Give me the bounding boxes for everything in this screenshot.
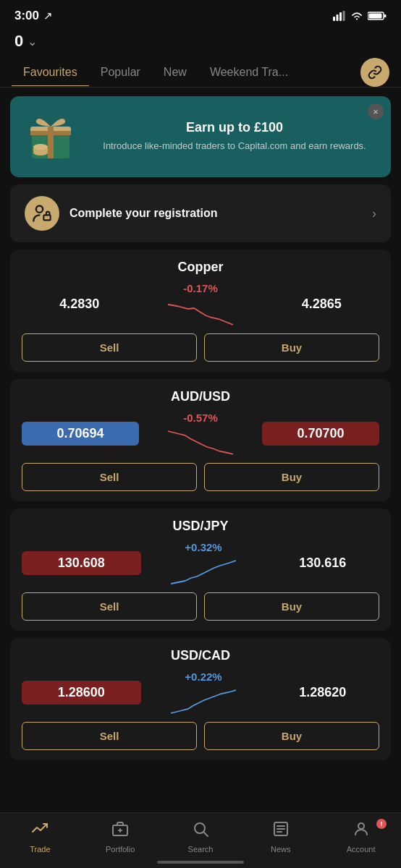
tab-favourites[interactable]: Favourites bbox=[12, 59, 89, 86]
trade-icon bbox=[31, 820, 48, 842]
buy-button[interactable]: Buy bbox=[204, 333, 379, 362]
change-center: +0.22% bbox=[147, 671, 261, 715]
tab-weekend[interactable]: Weekend Tra... bbox=[198, 59, 300, 86]
sell-price: 4.2830 bbox=[22, 297, 137, 312]
account-badge: ! bbox=[376, 819, 387, 829]
sell-button[interactable]: Sell bbox=[22, 722, 197, 750]
instrument-prices-row: 130.608 +0.32% 130.616 bbox=[22, 541, 379, 585]
instrument-name: AUD/USD bbox=[22, 389, 379, 404]
svg-rect-0 bbox=[333, 17, 335, 21]
trade-buttons: Sell Buy bbox=[22, 722, 379, 750]
instrument-name: Copper bbox=[22, 260, 379, 275]
change-center: +0.32% bbox=[147, 541, 261, 585]
battery-icon bbox=[368, 11, 387, 21]
instrument-name: USD/JPY bbox=[22, 519, 379, 534]
sell-button[interactable]: Sell bbox=[22, 333, 197, 362]
svg-rect-6 bbox=[384, 14, 387, 17]
tabs-container: Favourites Popular New Weekend Tra... bbox=[0, 58, 401, 88]
tab-popular[interactable]: Popular bbox=[89, 59, 152, 86]
status-icons bbox=[333, 11, 387, 21]
nav-trade[interactable]: Trade bbox=[0, 820, 80, 854]
signal-icon bbox=[333, 11, 346, 21]
nav-trade-label: Trade bbox=[30, 845, 50, 854]
instrument-prices-row: 0.70694 -0.57% 0.70700 bbox=[22, 412, 379, 456]
account-chevron[interactable]: ⌄ bbox=[28, 35, 37, 48]
nav-portfolio-label: Portfolio bbox=[106, 845, 135, 854]
account-icon bbox=[353, 820, 370, 842]
change-pct: -0.57% bbox=[183, 412, 218, 424]
instrument-prices-row: 1.28600 +0.22% 1.28620 bbox=[22, 671, 379, 715]
buy-price: 130.616 bbox=[266, 556, 379, 571]
instrument-card-usdjpy: USD/JPY 130.608 +0.32% 130.616 Sell Buy bbox=[10, 509, 391, 631]
change-pct: +0.32% bbox=[185, 541, 221, 553]
svg-rect-2 bbox=[339, 12, 342, 21]
buy-button[interactable]: Buy bbox=[204, 722, 379, 750]
nav-news[interactable]: News bbox=[240, 820, 321, 854]
nav-search[interactable]: Search bbox=[161, 820, 241, 854]
change-center: -0.57% bbox=[145, 412, 256, 456]
instrument-card-copper: Copper 4.2830 -0.17% 4.2865 Sell Buy bbox=[10, 250, 391, 372]
svg-rect-5 bbox=[369, 14, 382, 19]
promo-text: Earn up to £100 Introduce like-minded tr… bbox=[90, 120, 379, 153]
sell-price: 0.70694 bbox=[22, 422, 139, 446]
promo-desc: Introduce like-minded traders to Capital… bbox=[90, 140, 379, 153]
buy-button[interactable]: Buy bbox=[204, 592, 379, 621]
mini-chart bbox=[171, 686, 236, 715]
registration-icon bbox=[25, 196, 59, 231]
promo-title: Earn up to £100 bbox=[90, 120, 379, 135]
nav-portfolio[interactable]: Portfolio bbox=[80, 820, 161, 854]
change-center: -0.17% bbox=[143, 282, 258, 326]
portfolio-icon bbox=[111, 820, 129, 842]
registration-chevron: › bbox=[372, 206, 376, 221]
status-bar: 3:00 ↗ bbox=[0, 0, 401, 29]
buy-button[interactable]: Buy bbox=[204, 463, 379, 491]
account-row[interactable]: 0 ⌄ bbox=[0, 29, 401, 58]
wifi-icon bbox=[350, 11, 363, 21]
nav-account[interactable]: ! Account bbox=[321, 820, 401, 854]
promo-illustration bbox=[22, 108, 80, 166]
svg-point-13 bbox=[33, 144, 48, 150]
tabs-list: Favourites Popular New Weekend Tra... bbox=[12, 59, 355, 86]
registration-banner[interactable]: Complete your registration › bbox=[10, 184, 391, 242]
svg-point-14 bbox=[36, 206, 43, 213]
main-content: Earn up to £100 Introduce like-minded tr… bbox=[0, 88, 401, 841]
promo-close-button[interactable]: × bbox=[368, 103, 384, 119]
buy-price: 0.70700 bbox=[262, 422, 379, 446]
tab-new[interactable]: New bbox=[152, 59, 198, 86]
trade-buttons: Sell Buy bbox=[22, 463, 379, 491]
search-icon bbox=[192, 820, 209, 842]
link-tab-button[interactable] bbox=[360, 58, 389, 87]
change-pct: +0.22% bbox=[185, 671, 221, 683]
trade-buttons: Sell Buy bbox=[22, 592, 379, 621]
svg-rect-3 bbox=[343, 11, 345, 21]
location-icon: ↗ bbox=[43, 9, 53, 22]
status-time: 3:00 bbox=[14, 9, 39, 23]
sell-price: 130.608 bbox=[22, 551, 141, 575]
nav-account-label: Account bbox=[347, 845, 376, 854]
sell-button[interactable]: Sell bbox=[22, 463, 197, 491]
mini-chart bbox=[168, 427, 233, 456]
registration-text: Complete your registration bbox=[69, 207, 362, 220]
sell-price: 1.28600 bbox=[22, 681, 141, 705]
svg-point-25 bbox=[358, 823, 364, 829]
account-balance: 0 bbox=[14, 32, 23, 51]
instrument-name: USD/CAD bbox=[22, 648, 379, 663]
sell-button[interactable]: Sell bbox=[22, 592, 197, 621]
svg-rect-10 bbox=[30, 131, 71, 135]
mini-chart bbox=[171, 556, 236, 585]
change-pct: -0.17% bbox=[183, 282, 218, 294]
promo-banner: Earn up to £100 Introduce like-minded tr… bbox=[10, 96, 391, 177]
buy-price: 1.28620 bbox=[266, 685, 379, 700]
instrument-prices-row: 4.2830 -0.17% 4.2865 bbox=[22, 282, 379, 326]
bottom-nav: Trade Portfolio Search bbox=[0, 812, 401, 868]
instrument-card-audusd: AUD/USD 0.70694 -0.57% 0.70700 Sell Buy bbox=[10, 379, 391, 501]
home-indicator bbox=[157, 861, 244, 864]
nav-news-label: News bbox=[271, 845, 291, 854]
svg-line-20 bbox=[203, 833, 208, 837]
buy-price: 4.2865 bbox=[264, 297, 379, 312]
mini-chart bbox=[168, 297, 233, 326]
trade-buttons: Sell Buy bbox=[22, 333, 379, 362]
nav-search-label: Search bbox=[188, 845, 214, 854]
svg-rect-15 bbox=[43, 215, 50, 220]
instrument-card-usdcad: USD/CAD 1.28600 +0.22% 1.28620 Sell Buy bbox=[10, 638, 391, 760]
